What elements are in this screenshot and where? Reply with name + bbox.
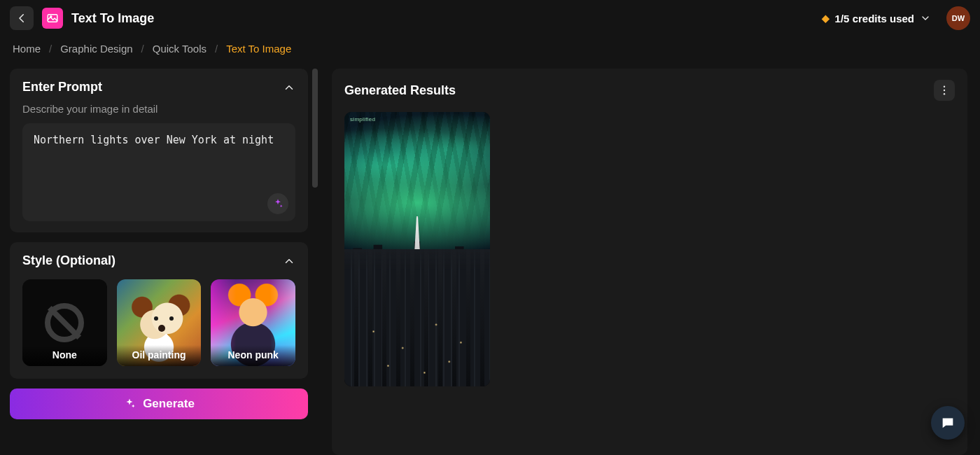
chevron-down-icon [920,13,931,24]
prompt-panel: Enter Prompt Describe your image in deta… [10,69,308,232]
app-logo [42,8,63,29]
scrollbar-thumb[interactable] [312,69,318,188]
style-option-oil-painting[interactable]: Oil painting [117,279,202,366]
style-option-label: Oil painting [117,345,202,366]
prompt-box [22,123,295,221]
style-option-neon-punk[interactable]: Neon punk [211,279,295,366]
style-option-label: None [22,345,107,366]
kebab-icon [938,84,951,97]
style-panel-header[interactable]: Style (Optional) [22,253,295,268]
page-title: Text To Image [71,11,154,26]
help-chat-button[interactable] [931,406,965,440]
diamond-icon: ◆ [822,13,830,24]
results-title: Generated Results [344,83,456,98]
arrow-left-icon [15,12,28,24]
left-scrollbar[interactable] [312,69,318,455]
credits-dropdown[interactable]: ◆ 1/5 credits used [822,13,931,24]
top-bar: Text To Image ◆ 1/5 credits used DW [0,0,980,36]
svg-point-1 [50,16,52,18]
generate-label: Generate [143,397,195,411]
svg-point-3 [944,90,945,91]
sparkle-icon [123,398,136,410]
avatar[interactable]: DW [946,6,970,30]
prompt-input[interactable] [34,133,284,196]
watermark: simplified [350,116,375,122]
breadcrumb: Home / Graphic Design / Quick Tools / Te… [0,36,980,60]
none-icon [45,303,84,342]
breadcrumb-graphic-design[interactable]: Graphic Design [60,43,132,55]
generate-button[interactable]: Generate [10,388,308,419]
style-option-label: Neon punk [211,345,295,366]
generated-image: simplified [344,112,490,386]
chevron-up-icon [283,81,295,94]
prompt-panel-title: Enter Prompt [22,80,102,94]
breadcrumb-current: Text To Image [226,43,291,55]
image-icon [46,12,59,24]
results-menu-button[interactable] [934,80,955,101]
left-panel: Enter Prompt Describe your image in deta… [10,69,318,455]
breadcrumb-separator: / [215,43,218,55]
result-image[interactable]: simplified [344,112,490,386]
breadcrumb-separator: / [141,43,144,55]
breadcrumb-separator: / [49,43,52,55]
credits-label: 1/5 credits used [835,13,914,24]
enhance-prompt-button[interactable] [267,193,288,214]
svg-point-4 [944,93,945,94]
style-option-none[interactable]: None [22,279,107,366]
results-panel: Generated Results simplified [332,69,967,455]
prompt-subtext: Describe your image in detail [22,103,295,115]
style-panel-title: Style (Optional) [22,253,115,268]
chevron-up-icon [283,255,295,267]
back-button[interactable] [10,6,34,30]
breadcrumb-quick-tools[interactable]: Quick Tools [153,43,206,55]
sparkle-icon [272,198,284,209]
chat-icon [940,415,955,430]
style-panel: Style (Optional) None Oil painting Neon … [10,242,308,379]
prompt-panel-header[interactable]: Enter Prompt [22,80,295,94]
breadcrumb-home[interactable]: Home [13,43,41,55]
svg-point-2 [944,86,945,88]
